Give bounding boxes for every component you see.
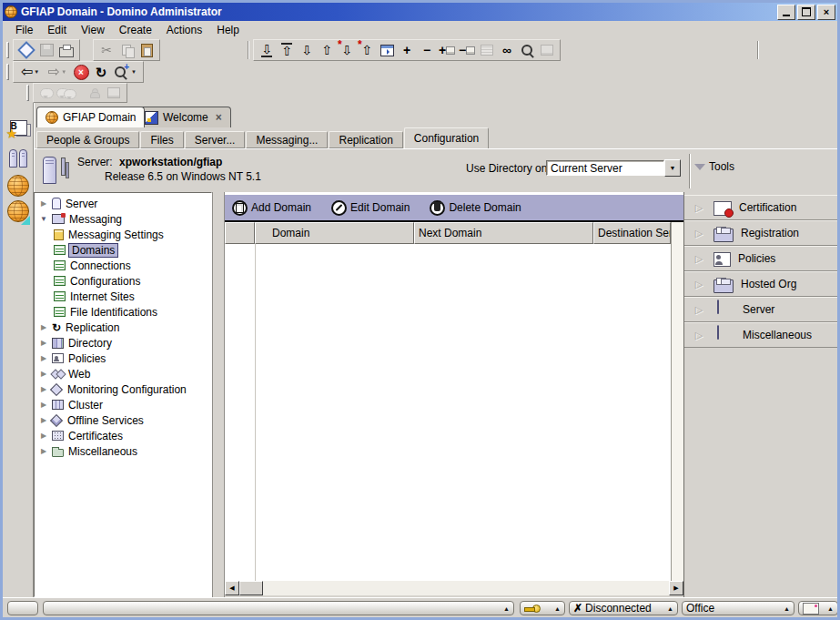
- tree-item-certificates[interactable]: ▶ Certificates: [35, 428, 211, 443]
- print-button[interactable]: [56, 40, 76, 60]
- back-button[interactable]: ⇦▼: [16, 62, 44, 82]
- popup-arrow-icon[interactable]: ▲: [778, 605, 790, 612]
- dropdown-arrow-icon[interactable]: ▼: [664, 159, 681, 177]
- menu-create[interactable]: Create: [112, 22, 159, 38]
- chevron-right-icon[interactable]: ▶: [37, 323, 50, 331]
- status-security[interactable]: ▲: [520, 601, 565, 615]
- switch-view-button[interactable]: [377, 40, 397, 60]
- stop-button[interactable]: ×: [71, 62, 91, 82]
- tab-gfiap-domain[interactable]: GFIAP Domain: [36, 107, 145, 127]
- tab-welcome[interactable]: Welcome ×: [136, 107, 231, 127]
- previous-unread-button[interactable]: ⇧: [357, 40, 377, 60]
- previous-button[interactable]: ⇧: [317, 40, 337, 60]
- go-to-bottom-button[interactable]: ⇩: [257, 40, 277, 60]
- collapse-button[interactable]: −: [417, 40, 437, 60]
- expand-all-button[interactable]: +: [437, 40, 457, 60]
- find-button[interactable]: ∞: [497, 40, 517, 60]
- go-to-top-button[interactable]: ⇧: [277, 40, 297, 60]
- status-message-area[interactable]: ▲: [43, 601, 514, 615]
- tools-header[interactable]: Tools: [694, 160, 734, 173]
- scrollbar-track[interactable]: [263, 581, 669, 595]
- tab-people-groups[interactable]: People & Groups: [36, 131, 139, 148]
- refresh-button[interactable]: ↻: [91, 62, 111, 82]
- delete-domain-button[interactable]: Delete Domain: [430, 200, 521, 216]
- status-mail[interactable]: ▲: [798, 601, 838, 615]
- expand-arrow-icon[interactable]: ▷: [690, 276, 708, 292]
- status-location[interactable]: Office ▲: [682, 601, 794, 615]
- tree-item-replication[interactable]: ▶ ↻ Replication: [35, 320, 211, 335]
- tab-close-icon[interactable]: ×: [216, 111, 222, 124]
- tab-messaging[interactable]: Messaging...: [246, 131, 328, 148]
- chevron-right-icon[interactable]: ▶: [37, 385, 50, 393]
- zoom-button[interactable]: [517, 40, 537, 60]
- menu-help[interactable]: Help: [209, 22, 247, 38]
- vertical-scrollbar[interactable]: [671, 222, 683, 581]
- expand-arrow-icon[interactable]: ▷: [690, 199, 708, 216]
- chevron-down-icon[interactable]: ▼: [37, 215, 50, 223]
- tool-hosted-org[interactable]: ▷ Hosted Org: [684, 271, 837, 297]
- domain-bookmark-button[interactable]: [6, 174, 30, 198]
- chevron-right-icon[interactable]: ▶: [37, 199, 50, 208]
- popup-arrow-icon[interactable]: ▲: [549, 605, 561, 612]
- column-destination-server[interactable]: Destination Serve: [593, 222, 671, 244]
- status-connection[interactable]: ✗ Disconnected ▲: [569, 601, 678, 615]
- tab-replication[interactable]: Replication: [329, 131, 402, 148]
- scroll-left-button[interactable]: ◀: [225, 581, 239, 595]
- tab-server[interactable]: Server...: [185, 131, 246, 148]
- tree-item-offline-services[interactable]: ▶ Offline Services: [35, 412, 211, 428]
- tree-item-directory[interactable]: ▶ Directory: [35, 335, 211, 351]
- databases-button[interactable]: [6, 147, 30, 170]
- toolbar-handle-3[interactable]: [26, 85, 29, 101]
- tool-certification[interactable]: ▷ Certification: [684, 195, 837, 220]
- search-button[interactable]: +▼: [111, 62, 140, 82]
- tree-item-connections[interactable]: Connections: [35, 258, 211, 273]
- horizontal-scrollbar[interactable]: ◀ ▶: [225, 581, 683, 595]
- tree-item-cluster[interactable]: ▶ Cluster: [35, 397, 211, 412]
- status-resize-box[interactable]: [7, 601, 38, 615]
- tree-item-file-identifications[interactable]: File Identifications: [35, 304, 211, 320]
- next-button[interactable]: ⇩: [297, 40, 317, 60]
- popup-arrow-icon[interactable]: ▲: [498, 605, 510, 612]
- tab-configuration[interactable]: Configuration: [404, 127, 489, 148]
- tree-item-messaging-settings[interactable]: Messaging Settings: [35, 227, 211, 242]
- collapse-all-button[interactable]: −: [457, 40, 477, 60]
- menu-file[interactable]: File: [8, 22, 40, 38]
- tree-item-configurations[interactable]: Configurations: [35, 273, 211, 289]
- expand-button[interactable]: +: [397, 40, 417, 60]
- toolbar-handle-2[interactable]: [6, 64, 9, 80]
- expand-arrow-icon[interactable]: ▷: [690, 327, 708, 343]
- chevron-right-icon[interactable]: ▶: [37, 370, 50, 378]
- chevron-right-icon[interactable]: ▶: [37, 432, 50, 440]
- scrollbar-thumb[interactable]: [239, 581, 263, 595]
- minimize-button[interactable]: [777, 5, 795, 20]
- maximize-button[interactable]: [797, 5, 815, 20]
- expand-arrow-icon[interactable]: ▷: [690, 225, 708, 241]
- menu-edit[interactable]: Edit: [40, 22, 74, 38]
- tab-files[interactable]: Files: [140, 131, 183, 148]
- chevron-right-icon[interactable]: ▶: [37, 401, 50, 409]
- tool-policies[interactable]: ▷ Policies: [684, 246, 837, 271]
- chevron-right-icon[interactable]: ▶: [37, 416, 50, 424]
- designer-bookmark-button[interactable]: [6, 199, 30, 223]
- tool-miscellaneous[interactable]: ▷ Miscellaneous: [684, 322, 837, 348]
- expand-arrow-icon[interactable]: ▷: [690, 301, 708, 318]
- chevron-right-icon[interactable]: ▶: [37, 447, 50, 455]
- add-domain-button[interactable]: Add Domain: [232, 200, 311, 216]
- tree-item-messaging[interactable]: ▼ Messaging: [35, 211, 211, 227]
- column-domain[interactable]: Domain: [255, 222, 414, 244]
- chevron-right-icon[interactable]: ▶: [37, 354, 50, 362]
- tree-item-web[interactable]: ▶ Web: [35, 366, 211, 381]
- open-database-button[interactable]: [16, 40, 36, 60]
- toolbar-handle[interactable]: [6, 42, 9, 58]
- tree-item-server[interactable]: ▶ Server: [35, 196, 211, 211]
- tree-item-internet-sites[interactable]: Internet Sites: [35, 289, 211, 304]
- tree-item-monitoring-configuration[interactable]: ▶ Monitoring Configuration: [35, 381, 211, 397]
- column-marker[interactable]: [225, 222, 255, 244]
- close-button[interactable]: ×: [817, 5, 835, 20]
- tree-item-policies[interactable]: ▶ Policies: [35, 351, 211, 366]
- popup-arrow-icon[interactable]: ▲: [662, 605, 673, 612]
- paste-button[interactable]: [137, 40, 157, 60]
- edit-domain-button[interactable]: Edit Domain: [331, 200, 410, 216]
- chevron-right-icon[interactable]: ▶: [37, 339, 50, 347]
- column-next-domain[interactable]: Next Domain: [414, 222, 593, 244]
